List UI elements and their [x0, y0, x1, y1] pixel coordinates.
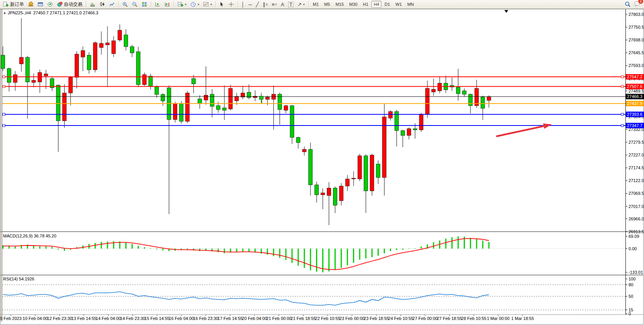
- candle: [376, 164, 380, 178]
- line-anchor: [621, 76, 624, 78]
- time-label: 23 Feb 18:55: [364, 316, 389, 321]
- indicators-icon: [178, 2, 183, 7]
- svg-text:27174.5: 27174.5: [629, 165, 644, 170]
- svg-text:27122.0: 27122.0: [629, 178, 644, 183]
- chart-shift-button[interactable]: [162, 0, 172, 8]
- new-order-label: 新订单: [10, 1, 24, 8]
- time-label: 22 Feb 10:55: [315, 316, 340, 321]
- timeframe-M15[interactable]: M15: [333, 1, 346, 8]
- svg-text:27698.0: 27698.0: [629, 38, 644, 42]
- candle: [192, 79, 196, 84]
- candle: [481, 97, 485, 108]
- candle: [302, 150, 306, 152]
- trendline-tool[interactable]: ╱: [254, 0, 261, 8]
- svg-text:27393.6: 27393.6: [627, 112, 642, 117]
- candlestick-chart-button[interactable]: [97, 0, 107, 8]
- text-tool[interactable]: A: [279, 0, 286, 8]
- candle: [456, 87, 460, 94]
- time-label: 9 Feb 2023: [0, 316, 22, 321]
- timeframe-H4[interactable]: H4: [371, 1, 381, 8]
- candle: [475, 88, 478, 106]
- timeframe-D1[interactable]: D1: [382, 1, 392, 8]
- notifications-button[interactable]: 1: [634, 1, 641, 8]
- chart-canvas[interactable]: 27803.027750.527698.027645.527593.027540…: [0, 0, 644, 325]
- candle: [265, 97, 269, 100]
- svg-text:27069.5: 27069.5: [629, 191, 644, 196]
- candle: [413, 129, 417, 130]
- collapse-icon[interactable]: ▼: [3, 12, 6, 15]
- arrows-tool[interactable]: ↗▾: [296, 0, 307, 8]
- clock-icon: [190, 2, 196, 7]
- candle: [370, 155, 374, 191]
- svg-text:80: 80: [629, 282, 633, 287]
- timeframe-M5[interactable]: M5: [322, 1, 332, 8]
- bar-chart-button[interactable]: [88, 0, 97, 8]
- cursor-button[interactable]: [217, 0, 226, 8]
- crosshair-button[interactable]: [226, 0, 236, 8]
- timeframe-W1[interactable]: W1: [393, 1, 404, 8]
- timeframe-H1[interactable]: H1: [360, 1, 371, 8]
- candle: [432, 89, 436, 92]
- candle: [216, 106, 220, 110]
- zoom-out-button[interactable]: [130, 0, 140, 8]
- time-label: 15 Feb 14:55: [145, 316, 170, 321]
- text-label-tool[interactable]: T: [286, 0, 296, 8]
- chevron-down-icon: ▾: [198, 3, 199, 6]
- candle: [149, 76, 152, 86]
- candle: [93, 43, 97, 70]
- indicators-button[interactable]: ▾: [176, 0, 188, 8]
- candle: [204, 95, 208, 100]
- market-watch-button[interactable]: [26, 0, 36, 8]
- channel-tool[interactable]: ∥E: [261, 0, 270, 8]
- horizontal-line-tool[interactable]: ─: [246, 0, 254, 8]
- tile-windows-button[interactable]: [140, 0, 149, 8]
- crosshair-icon: [228, 2, 234, 7]
- svg-text:69.09: 69.09: [629, 234, 639, 239]
- svg-text:27593.0: 27593.0: [629, 63, 644, 68]
- candle: [179, 103, 183, 121]
- navigator-button[interactable]: [45, 0, 55, 8]
- candle: [401, 131, 405, 136]
- autotrading-icon: [57, 2, 63, 7]
- window-icon: [38, 2, 43, 7]
- timeframe-M1[interactable]: M1: [311, 1, 321, 8]
- vertical-line-tool[interactable]: │: [239, 0, 246, 8]
- toolbar-separator: [215, 1, 216, 7]
- svg-text:27645.5: 27645.5: [629, 50, 644, 55]
- auto-scroll-button[interactable]: [153, 0, 162, 8]
- candle: [155, 86, 159, 95]
- line-chart-button[interactable]: [107, 0, 117, 8]
- new-order-button[interactable]: 新订单: [1, 0, 26, 8]
- time-label: 16 Feb 04:00: [169, 316, 194, 321]
- templates-button[interactable]: ▾: [201, 0, 214, 8]
- candle: [315, 185, 319, 195]
- zoom-in-button[interactable]: [120, 0, 130, 8]
- autotrading-button[interactable]: 自动交易: [55, 0, 84, 8]
- bar-chart-icon: [90, 2, 96, 7]
- time-label: 13 Feb 14:55: [72, 316, 97, 321]
- candle: [106, 43, 109, 45]
- time-label: 17 Feb 14:55: [218, 316, 243, 321]
- time-label: 27 Feb 18:55: [437, 316, 462, 321]
- candle: [235, 96, 239, 101]
- candle: [290, 106, 294, 138]
- candle: [247, 92, 251, 98]
- timeframe-M30[interactable]: M30: [347, 1, 360, 8]
- timeframe-MN[interactable]: MN: [405, 1, 416, 8]
- candle: [173, 103, 177, 120]
- time-label: 1 Mar 00:00: [487, 316, 510, 321]
- candle: [309, 150, 313, 185]
- search-icon[interactable]: [625, 1, 631, 7]
- candle: [487, 96, 491, 100]
- svg-text:100: 100: [629, 277, 635, 281]
- timeframe-group: M1M5M15M30H1H4D1W1MN: [310, 1, 417, 8]
- ohlc-values: 27450.7 27471.1 27421.0 27466.3: [33, 10, 98, 15]
- data-window-button[interactable]: [36, 0, 45, 8]
- periods-button[interactable]: ▾: [188, 0, 201, 8]
- candle: [321, 193, 325, 195]
- line-anchor: [621, 113, 624, 115]
- line-anchor: [3, 85, 5, 88]
- fibonacci-tool[interactable]: ≡F: [270, 0, 279, 8]
- svg-text:27017.0: 27017.0: [629, 204, 644, 209]
- candle: [345, 179, 349, 186]
